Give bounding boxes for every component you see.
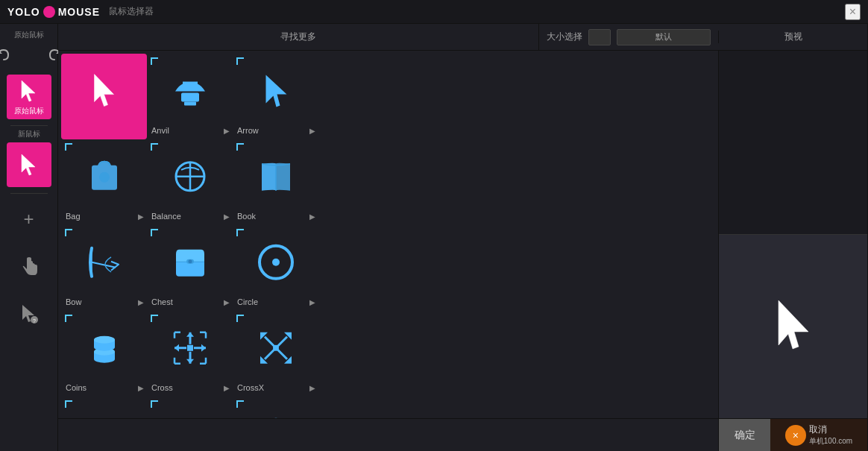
logo-text: YOLO: [7, 6, 40, 18]
preview-bottom: [719, 235, 867, 418]
book-icon-container: [254, 154, 298, 201]
cursor-cell-balance[interactable]: Balance ▶: [147, 139, 233, 225]
app-title: 鼠标选择器: [109, 5, 154, 18]
corner-marker-balance: [151, 143, 158, 151]
svg-rect-8: [181, 92, 199, 101]
cursor-cell-anvil[interactable]: Anvil ▶: [147, 54, 233, 139]
cursor-cell-chest[interactable]: Chest ▶: [147, 225, 233, 311]
grid-row-3: Bow ▶: [61, 225, 715, 311]
anvil-expand[interactable]: ▶: [224, 127, 230, 135]
grid-row-2: Bag ▶ Balance ▶: [61, 139, 715, 225]
coins-label: Coins: [66, 383, 87, 392]
cursor-cell-cross[interactable]: Cross ▶: [147, 311, 233, 397]
cancel-text-area: 取消 单机100.com: [809, 423, 852, 447]
bottom-spacer: [58, 419, 718, 451]
anvil-label: Anvil: [151, 126, 169, 135]
book-expand[interactable]: ▶: [309, 212, 315, 221]
svg-marker-2: [22, 81, 35, 101]
arrow-icon-container: [255, 70, 296, 114]
cross-label: Cross: [151, 383, 173, 392]
corner-marker-anvil: [151, 57, 158, 65]
svg-point-17: [188, 259, 192, 263]
preview-confirm-area: 确定 × 取消 单机100.com: [718, 419, 867, 451]
close-button[interactable]: ×: [845, 4, 861, 20]
cross-icon: [169, 326, 212, 369]
more2-icon-container: [169, 411, 212, 418]
corner-marker-circle: [236, 229, 244, 236]
sidebar-default-cursor[interactable]: 原始鼠标: [7, 75, 51, 119]
corner-marker-more1: [65, 400, 72, 408]
sidebar-pointer[interactable]: [7, 245, 51, 289]
selected-cursor-cell-icon: [84, 70, 125, 111]
circle-icon-container: [254, 240, 298, 286]
corner-marker-coins: [65, 315, 72, 322]
pointer-icon: [18, 256, 40, 278]
coins-expand[interactable]: ▶: [138, 384, 144, 392]
center-body: Anvil ▶ Arrow ▶: [58, 51, 867, 418]
cursor-cell-more1[interactable]: [61, 397, 147, 418]
sidebar-undo[interactable]: [0, 43, 28, 70]
preview-top: [719, 51, 867, 235]
cross-expand[interactable]: ▶: [224, 384, 230, 392]
cursor-cell-book[interactable]: Book ▶: [233, 139, 318, 225]
size-default-box[interactable]: 默认: [617, 29, 711, 45]
chest-expand[interactable]: ▶: [224, 298, 230, 306]
corner-marker-arrow: [236, 57, 244, 65]
svg-marker-32: [174, 344, 179, 351]
balance-expand[interactable]: ▶: [224, 212, 230, 221]
bag-icon: [83, 154, 126, 198]
add-icon: +: [23, 209, 34, 230]
confirm-button[interactable]: 确定: [719, 419, 770, 451]
circle-icon: [254, 240, 298, 283]
cancel-button[interactable]: × 取消 单机100.com: [770, 419, 867, 451]
arrow-expand[interactable]: ▶: [309, 127, 315, 135]
center-panel: 寻找更多 大小选择 默认 预视: [58, 24, 868, 451]
more1-icon-container: [83, 411, 126, 418]
more3-icon: [254, 411, 298, 418]
svg-rect-9: [184, 101, 196, 105]
crossx-icon: [254, 326, 298, 369]
cursor-cell-more3[interactable]: [233, 397, 318, 418]
svg-point-25: [94, 335, 115, 343]
center-header: 寻找更多 大小选择 默认 预视: [58, 24, 867, 51]
sidebar-add-button[interactable]: +: [7, 197, 51, 242]
cursor-cell-circle[interactable]: Circle ▶: [233, 225, 318, 311]
new-cursor-label: 新鼠标: [18, 129, 40, 139]
balance-icon-container: [169, 154, 212, 201]
cursor-grid: Anvil ▶ Arrow ▶: [58, 51, 718, 418]
coins-icon: [83, 326, 126, 369]
size-small-box[interactable]: [588, 29, 611, 45]
corner-marker-bag: [65, 143, 72, 151]
cursor-cell-selected[interactable]: [61, 54, 147, 139]
bow-icon: [83, 240, 126, 283]
cursor-cell-more2[interactable]: [147, 397, 233, 418]
sidebar-selected-cursor[interactable]: [7, 142, 51, 187]
bow-label: Bow: [66, 297, 81, 306]
cursor-cell-arrow[interactable]: Arrow ▶: [233, 54, 318, 139]
cursor-cell-coins[interactable]: Coins ▶: [61, 311, 147, 397]
corner-marker-crossx: [236, 315, 244, 322]
bow-expand[interactable]: ▶: [138, 298, 144, 306]
bag-expand[interactable]: ▶: [138, 212, 144, 221]
sidebar-help[interactable]: ?: [7, 292, 51, 337]
sidebar-divider: [10, 125, 48, 126]
grid-row-1: Anvil ▶ Arrow ▶: [61, 54, 715, 139]
coins-icon-container: [83, 326, 126, 372]
undo-icon: [0, 46, 14, 67]
cursor-cell-bag[interactable]: Bag ▶: [61, 139, 147, 225]
balance-icon: [169, 154, 212, 198]
circle-expand[interactable]: ▶: [309, 298, 315, 306]
original-cursor-label: 原始鼠标: [14, 30, 44, 40]
chest-label: Chest: [151, 297, 173, 306]
crossx-expand[interactable]: ▶: [309, 384, 315, 392]
help-cursor-icon: ?: [18, 303, 40, 326]
corner-marker-bow: [65, 229, 72, 236]
main-layout: 原始鼠标 原始鼠标 新鼠标: [0, 24, 868, 451]
svg-marker-10: [265, 75, 286, 107]
find-more-button[interactable]: 寻找更多: [58, 24, 539, 50]
svg-marker-28: [186, 332, 194, 336]
cursor-cell-bow[interactable]: Bow ▶: [61, 225, 147, 311]
default-cursor-icon: [16, 78, 43, 104]
cursor-cell-crossx[interactable]: CrossX ▶: [233, 311, 318, 397]
chest-icon-container: [169, 240, 212, 286]
